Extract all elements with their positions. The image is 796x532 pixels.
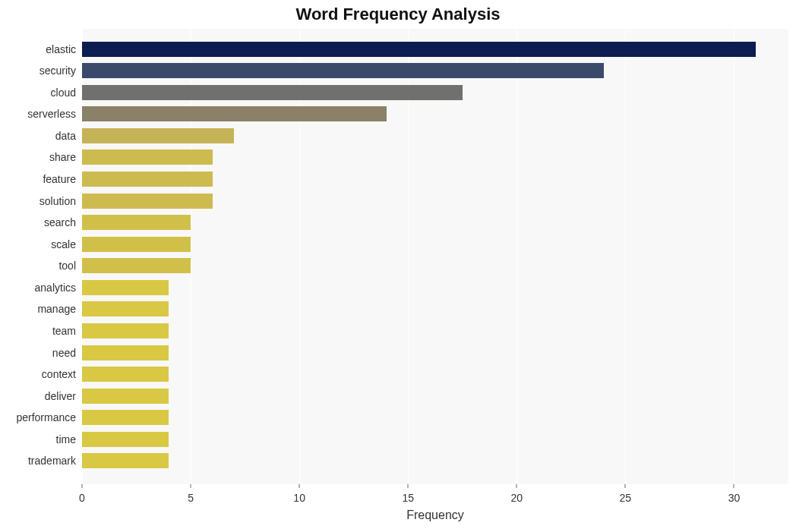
y-tick-label: performance [0,410,76,425]
bar [82,63,604,78]
bar-rect [82,301,169,316]
y-tick-label: search [0,215,76,230]
y-tick-label: feature [0,172,76,187]
bar-rect [82,172,213,187]
y-tick-label: need [0,345,76,360]
x-axis: 051015202530 [82,484,788,507]
bar-rect [82,453,169,468]
x-tick-label: 10 [293,492,305,504]
x-tick-label: 25 [620,492,632,504]
x-tick-mark [408,484,409,488]
y-axis-labels: elasticsecuritycloudserverlessdatasharef… [0,29,79,484]
y-tick-label: context [0,367,76,382]
bar [82,172,213,187]
bar [82,345,169,360]
bar-rect [82,194,213,209]
bar [82,42,756,57]
bars-group [82,29,788,484]
bar [82,389,169,404]
bar-rect [82,128,234,143]
bar-rect [82,42,756,57]
x-tick-label: 20 [511,492,523,504]
chart-container: Word Frequency Analysis elasticsecurityc… [0,0,796,532]
bar [82,280,169,295]
y-tick-label: team [0,323,76,338]
bar-rect [82,215,191,230]
bar [82,194,213,209]
x-tick-mark [299,484,300,488]
y-tick-label: security [0,63,76,78]
bar [82,453,169,468]
y-tick-label: trademark [0,453,76,468]
bar-rect [82,150,213,165]
x-tick-label: 0 [79,492,85,504]
y-tick-label: serverless [0,106,76,121]
bar-rect [82,323,169,338]
bar [82,128,234,143]
x-axis-label: Frequency [82,508,788,522]
x-tick-mark [516,484,517,488]
bar-rect [82,280,169,295]
x-tick-mark [734,484,734,488]
y-tick-label: scale [0,237,76,252]
bar-rect [82,85,463,100]
y-tick-label: manage [0,301,76,316]
bar-rect [82,345,169,360]
y-tick-label: solution [0,194,76,209]
bar [82,215,191,230]
x-tick-mark [82,484,83,488]
chart-title: Word Frequency Analysis [0,5,796,24]
bar-rect [82,63,604,78]
bar-rect [82,389,169,404]
x-tick-label: 5 [188,492,194,504]
bar-rect [82,432,169,447]
bar-rect [82,106,387,121]
bar [82,432,169,447]
y-tick-label: analytics [0,280,76,295]
y-tick-label: data [0,128,76,143]
bar [82,237,191,252]
plot-area [82,29,788,484]
bar [82,85,463,100]
x-tick-mark [191,484,191,488]
y-tick-label: elastic [0,42,76,57]
bar [82,410,169,425]
bar-rect [82,237,191,252]
x-tick-mark [625,484,626,488]
bar [82,258,191,273]
bar [82,150,213,165]
x-tick-label: 15 [402,492,414,504]
y-tick-label: tool [0,258,76,273]
x-tick-label: 30 [728,492,741,504]
y-tick-label: time [0,432,76,447]
bar-rect [82,410,169,425]
bar-rect [82,258,191,273]
y-tick-label: deliver [0,389,76,404]
bar [82,323,169,338]
bar [82,106,387,121]
y-tick-label: share [0,150,76,165]
y-tick-label: cloud [0,85,76,100]
bar-rect [82,367,169,382]
bar [82,301,169,316]
bar [82,367,169,382]
